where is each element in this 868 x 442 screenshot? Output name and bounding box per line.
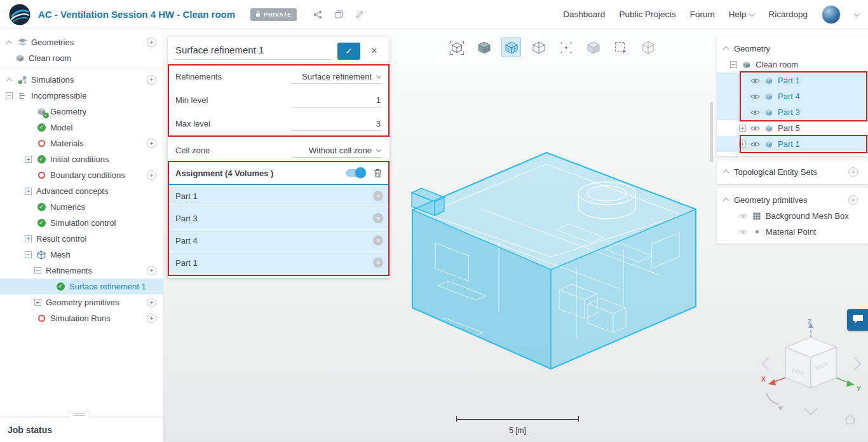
add-button[interactable]: +	[147, 75, 156, 85]
tree-item-clean-room[interactable]: Clean room	[0, 50, 163, 66]
tree-item-simulation-control[interactable]: ✓Simulation control	[0, 215, 163, 231]
transparent-view-button[interactable]	[583, 38, 603, 57]
field-input[interactable]: 1	[292, 93, 382, 107]
tree-item-surface-refinement-1[interactable]: ✓Surface refinement 1	[0, 279, 163, 294]
nav-item-dashboard[interactable]: Dashboard	[563, 10, 605, 19]
tree-item-background-mesh-box[interactable]: Background Mesh Box	[717, 208, 868, 224]
tree-item-geometries[interactable]: Geometries+	[0, 34, 163, 50]
wireframe-view-button[interactable]	[529, 38, 548, 57]
tree-item-initial-conditions[interactable]: +✓Initial conditions	[0, 151, 163, 167]
visibility-eye-icon[interactable]	[738, 213, 748, 219]
chat-button[interactable]	[847, 309, 868, 331]
navigation-cube[interactable]: LEFT BACK X Y Z	[755, 318, 868, 431]
expand-icon[interactable]: +	[25, 188, 32, 195]
copy-icon[interactable]	[335, 10, 343, 18]
collapse-icon[interactable]: −	[25, 251, 32, 258]
tree-item-boundary-conditions[interactable]: Boundary conditions+	[0, 167, 163, 183]
add-button[interactable]: +	[147, 139, 156, 148]
field-dropdown[interactable]: Surface refinement	[292, 70, 382, 84]
remove-icon[interactable]: ×	[373, 235, 383, 245]
add-button[interactable]: +	[848, 195, 858, 205]
mesh-view-button[interactable]	[501, 38, 521, 57]
nav-item-forum[interactable]: Forum	[690, 10, 715, 19]
nav-item-ricardopg[interactable]: Ricardopg	[768, 10, 808, 19]
expand-icon[interactable]: +	[34, 299, 41, 306]
add-button[interactable]: +	[147, 314, 156, 323]
tree-item-material-point[interactable]: Material Point	[717, 224, 868, 240]
tree-item-model[interactable]: ✓Model	[0, 120, 163, 135]
collapse-icon[interactable]: −	[34, 267, 41, 274]
confirm-button[interactable]: ✓	[337, 43, 360, 60]
remove-icon[interactable]: ×	[373, 191, 383, 201]
assignment-item[interactable]: Part 1×	[168, 185, 390, 207]
tree-item-clean-room[interactable]: −Clean room	[717, 57, 868, 73]
visibility-eye-icon[interactable]	[750, 109, 760, 116]
tree-item-incompressible[interactable]: −Incompressible	[0, 88, 163, 104]
expand-icon[interactable]: +	[25, 235, 32, 242]
add-button[interactable]: +	[848, 167, 858, 177]
tree-item-geometry[interactable]: ✓Geometry	[0, 104, 163, 120]
nav-item-help[interactable]: Help	[729, 10, 755, 19]
collapse-caret-icon[interactable]	[723, 170, 729, 176]
app-logo-icon[interactable]	[9, 4, 31, 25]
tree-item-part-3[interactable]: Part 3	[717, 104, 868, 120]
remove-icon[interactable]: ×	[373, 213, 383, 223]
visibility-eye-icon[interactable]	[750, 141, 760, 148]
collapse-caret-icon[interactable]	[723, 198, 729, 204]
share-icon[interactable]	[313, 10, 322, 19]
tree-item-advanced-concepts[interactable]: +Advanced concepts	[0, 183, 163, 199]
delete-assignment-icon[interactable]	[374, 169, 382, 177]
visibility-eye-icon[interactable]	[750, 125, 760, 132]
tree-item-part-4[interactable]: Part 4	[717, 88, 868, 104]
add-button[interactable]: +	[147, 266, 156, 275]
collapse-caret-icon[interactable]	[723, 46, 729, 53]
box-select-button[interactable]	[611, 38, 630, 57]
visibility-eye-icon[interactable]	[738, 229, 748, 235]
tree-item-simulations[interactable]: Simulations+	[0, 72, 163, 88]
mesh-quality-button[interactable]	[638, 38, 658, 57]
tree-section-geometry-primitives[interactable]: Geometry primitives+	[717, 191, 868, 208]
remove-icon[interactable]: ×	[373, 258, 383, 268]
viewport-scrollbar[interactable]	[710, 102, 713, 162]
close-button[interactable]: ×	[365, 43, 383, 60]
add-button[interactable]: +	[147, 298, 156, 307]
tree-item-result-control[interactable]: +Result control	[0, 231, 163, 247]
account-chevron-down-icon[interactable]	[854, 10, 860, 17]
tree-item-numerics[interactable]: ✓Numerics	[0, 199, 163, 215]
avatar[interactable]	[822, 5, 841, 24]
expand-icon[interactable]: +	[739, 125, 746, 132]
tree-section-topological-entity-sets[interactable]: Topological Entity Sets+	[717, 163, 868, 180]
add-button[interactable]: +	[147, 38, 156, 47]
assignment-toggle[interactable]	[346, 169, 365, 177]
nav-item-public-projects[interactable]: Public Projects	[619, 10, 675, 19]
expand-icon[interactable]: +	[739, 141, 746, 148]
visibility-eye-icon[interactable]	[750, 78, 760, 84]
fit-view-button[interactable]	[447, 38, 466, 57]
assignment-item[interactable]: Part 3×	[168, 207, 390, 230]
field-input[interactable]: 3	[292, 117, 382, 131]
collapse-caret-icon[interactable]	[6, 40, 13, 46]
model-3d[interactable]	[410, 148, 702, 371]
panel-title-input[interactable]: Surface refinement 1	[174, 42, 332, 60]
tree-item-materials[interactable]: Materials+	[0, 135, 163, 151]
assignment-item[interactable]: Part 1×	[168, 252, 390, 274]
edit-icon[interactable]	[356, 10, 364, 18]
collapse-icon[interactable]: −	[6, 92, 13, 99]
tree-section-geometry[interactable]: Geometry	[717, 40, 868, 57]
geometry-view-button[interactable]	[474, 38, 494, 57]
collapse-icon[interactable]: −	[730, 61, 737, 68]
field-dropdown[interactable]: Without cell zone	[292, 144, 382, 158]
tree-item-part-5[interactable]: +Part 5	[717, 120, 868, 136]
tree-item-refinements[interactable]: −Refinements+	[0, 263, 163, 279]
transform-gizmo-button[interactable]	[556, 38, 576, 57]
visibility-eye-icon[interactable]	[750, 93, 760, 100]
job-status-bar[interactable]: Job status	[0, 418, 163, 442]
tree-item-simulation-runs[interactable]: Simulation Runs+	[0, 310, 163, 326]
collapse-handle[interactable]	[69, 411, 90, 418]
collapse-caret-icon[interactable]	[6, 78, 13, 84]
add-button[interactable]: +	[147, 170, 156, 180]
tree-item-part-1[interactable]: +Part 1	[717, 136, 868, 152]
tree-item-part-1[interactable]: Part 1	[717, 73, 868, 88]
assignment-item[interactable]: Part 4×	[168, 230, 390, 252]
tree-item-mesh[interactable]: −Mesh	[0, 247, 163, 263]
